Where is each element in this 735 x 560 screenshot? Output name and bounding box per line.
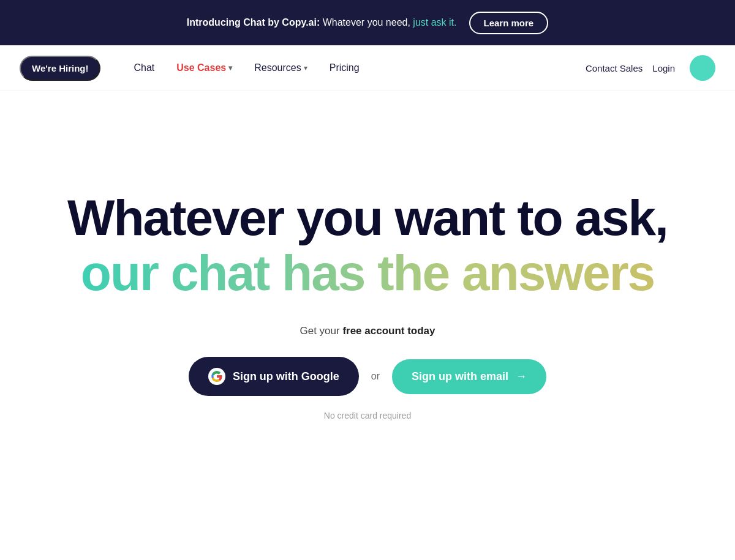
nav-chat[interactable]: Chat	[125, 58, 163, 78]
nav-use-cases[interactable]: Use Cases ▾	[168, 58, 241, 78]
contact-sales-link[interactable]: Contact Sales	[586, 63, 643, 73]
chevron-down-icon: ▾	[304, 64, 307, 72]
nav-resources-label: Resources	[254, 62, 301, 73]
navbar: We're Hiring! Chat Use Cases ▾ Resources…	[0, 45, 735, 91]
nav-links: Chat Use Cases ▾ Resources ▾ Pricing	[125, 58, 585, 78]
hero-title-line1: Whatever you want to ask,	[67, 190, 668, 245]
hero-title-line2: our chat has the answers	[81, 245, 654, 301]
google-icon	[208, 368, 225, 385]
hero-subtitle: Get your free account today	[300, 325, 435, 337]
signup-email-button[interactable]: Sign up with email →	[392, 359, 546, 394]
banner-intro: Introducing Chat by Copy.ai:	[187, 17, 320, 28]
avatar	[690, 55, 715, 81]
or-divider: or	[371, 371, 380, 382]
cta-row: Sign up with Google or Sign up with emai…	[189, 357, 546, 396]
subtitle-pre: Get your	[300, 325, 342, 337]
banner-text: Introducing Chat by Copy.ai: Whatever yo…	[187, 17, 457, 28]
chevron-down-icon: ▾	[228, 64, 232, 72]
banner-teal: just ask it.	[413, 17, 456, 28]
login-link[interactable]: Login	[652, 63, 675, 73]
top-banner: Introducing Chat by Copy.ai: Whatever yo…	[0, 0, 735, 45]
learn-more-button[interactable]: Learn more	[469, 12, 549, 34]
signup-google-button[interactable]: Sign up with Google	[189, 357, 359, 396]
nav-use-cases-label: Use Cases	[176, 62, 226, 73]
arrow-icon: →	[516, 370, 527, 383]
banner-mid: Whatever you need,	[320, 17, 413, 28]
hero-section: Whatever you want to ask, our chat has t…	[0, 91, 735, 507]
signup-google-label: Sign up with Google	[233, 370, 339, 383]
signup-email-label: Sign up with email	[412, 370, 508, 383]
no-credit-text: No credit card required	[324, 411, 411, 420]
hiring-badge-button[interactable]: We're Hiring!	[20, 56, 100, 81]
nav-right: Contact Sales Login	[586, 55, 715, 81]
subtitle-bold: free account today	[342, 325, 435, 337]
nav-pricing[interactable]: Pricing	[321, 58, 368, 78]
nav-resources[interactable]: Resources ▾	[246, 58, 315, 78]
